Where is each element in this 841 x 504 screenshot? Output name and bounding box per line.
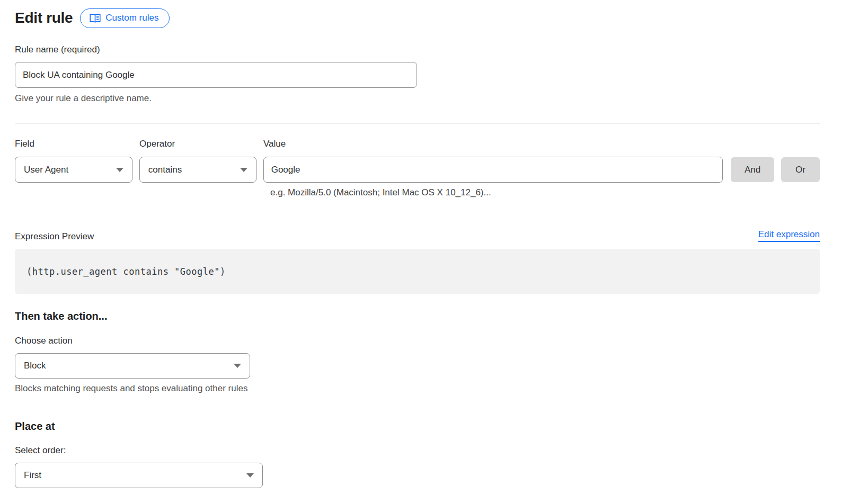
rule-name-input[interactable] bbox=[15, 62, 417, 88]
page-header: Edit rule Custom rules bbox=[15, 8, 820, 28]
expression-preview-label: Expression Preview bbox=[15, 231, 94, 242]
chevron-down-icon bbox=[246, 473, 254, 478]
chevron-down-icon bbox=[240, 168, 247, 172]
field-label: Field bbox=[15, 139, 132, 149]
rule-name-label: Rule name (required) bbox=[15, 44, 820, 55]
operator-select[interactable]: contains bbox=[139, 157, 256, 183]
edit-rule-page: Edit rule Custom rules Rule name (requir… bbox=[0, 0, 841, 488]
operator-label: Operator bbox=[139, 139, 256, 149]
custom-rules-button-label: Custom rules bbox=[105, 13, 158, 23]
select-order-label: Select order: bbox=[15, 445, 820, 456]
order-select[interactable]: First bbox=[15, 463, 263, 488]
action-section-heading: Then take action... bbox=[15, 310, 820, 322]
placement-section-heading: Place at bbox=[15, 420, 820, 433]
operator-select-value: contains bbox=[148, 165, 182, 175]
edit-expression-link[interactable]: Edit expression bbox=[758, 229, 820, 242]
field-select-value: User Agent bbox=[24, 165, 68, 175]
expression-preview-code: (http.user_agent contains "Google") bbox=[15, 249, 820, 294]
value-input[interactable] bbox=[263, 157, 723, 183]
open-book-icon bbox=[90, 13, 101, 23]
and-button[interactable]: And bbox=[731, 157, 774, 182]
chevron-down-icon bbox=[234, 364, 241, 368]
chevron-down-icon bbox=[116, 168, 123, 172]
action-select[interactable]: Block bbox=[15, 353, 250, 379]
field-select[interactable]: User Agent bbox=[15, 157, 132, 183]
expression-code-text: (http.user_agent contains "Google") bbox=[26, 266, 226, 277]
or-button[interactable]: Or bbox=[781, 157, 820, 182]
action-select-value: Block bbox=[24, 361, 46, 371]
custom-rules-button[interactable]: Custom rules bbox=[80, 8, 170, 28]
section-divider bbox=[15, 123, 820, 123]
action-help: Blocks matching requests and stops evalu… bbox=[15, 383, 820, 394]
page-title: Edit rule bbox=[15, 10, 73, 26]
choose-action-label: Choose action bbox=[15, 336, 820, 346]
order-select-value: First bbox=[24, 470, 41, 481]
value-label: Value bbox=[263, 139, 723, 149]
value-help: e.g. Mozilla/5.0 (Macintosh; Intel Mac O… bbox=[270, 187, 820, 198]
rule-name-help: Give your rule a descriptive name. bbox=[15, 93, 820, 104]
